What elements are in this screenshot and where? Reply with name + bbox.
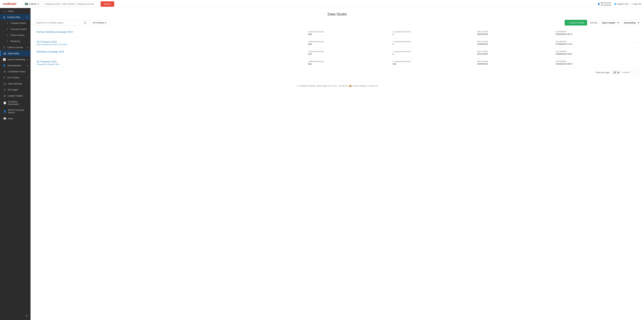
sidebar-data-studio-label: Data Studio xyxy=(8,52,19,55)
sidebar-close-button[interactable]: ✕ xyxy=(26,314,28,317)
matched-records-label: ℹ Matched Records xyxy=(308,50,388,53)
sidebar-item-spar-consumer-search[interactable]: 👤 SPAR Consumer Search xyxy=(0,107,30,115)
prev-page-button[interactable]: ‹ xyxy=(631,71,635,75)
rows-per-page-select[interactable]: 10 xyxy=(612,71,620,75)
matched-records-label: ℹ Matched Records xyxy=(308,31,388,33)
sidebar-company-documents-label: Company Documents xyxy=(8,100,28,105)
last-modified-label: Last Modified xyxy=(556,50,630,52)
company-documents-icon: 📄 xyxy=(3,102,6,104)
portfolio-table: Norway Marketing Campaign 2024 ℹ Matched… xyxy=(34,28,640,68)
row-more-options-button[interactable]: ⋯ xyxy=(634,61,638,65)
table-row[interactable]: UK Prospects 2024 A list of prospects fo… xyxy=(34,38,640,48)
matched-info-icon: ℹ xyxy=(308,41,309,43)
sidebar-news-label: News xyxy=(8,117,14,120)
language-selector[interactable]: 🌐 English (UK) xyxy=(614,3,628,5)
director-search-dot-icon: • xyxy=(6,34,9,37)
matched-info-icon: ℹ xyxy=(308,50,309,53)
sidebar-item-consumer-search[interactable]: • Consumer Search xyxy=(0,26,30,32)
date-created-value: 20/06/2024 xyxy=(477,63,552,65)
portfolio-name-link[interactable]: SE Prospects 2024 xyxy=(36,60,57,63)
table-row[interactable]: SE Prospects 2024 Prospects for Sweden 2… xyxy=(34,58,640,68)
creditsafe-protect-icon: ⚖ xyxy=(3,70,6,73)
sidebar-item-company-search[interactable]: • Company Search xyxy=(0,20,30,26)
portfolio-search-icon: 🔍 xyxy=(84,21,86,24)
search-button[interactable]: Search xyxy=(100,1,114,7)
data-cleaning-icon: ◫ xyxy=(3,82,6,85)
sidebar-spar-consumer-search-label: SPAR Consumer Search xyxy=(8,109,28,114)
logo-text: creditsafe✓ xyxy=(3,2,18,6)
sort-order-select[interactable]: Descending xyxy=(621,20,640,26)
signout-icon: ↪ xyxy=(631,3,633,5)
sidebar-ledger-insights-label: Ledger Insights xyxy=(8,95,23,97)
sidebar-item-company-documents[interactable]: 📄 Company Documents xyxy=(0,99,30,107)
matched-records-value: 598 xyxy=(308,43,388,46)
sales-marketing-icon: 📈 xyxy=(3,58,6,61)
portfolio-name-link[interactable]: Marketing Campaign 2024 xyxy=(36,50,64,53)
unmatched-records-value: 4 xyxy=(392,53,473,55)
sidebar-credit-risk-label: Credit & Risk xyxy=(8,16,20,19)
matched-records-value: 533 xyxy=(308,53,388,55)
country-flag: 🇸🇪 xyxy=(25,2,28,6)
sidebar-item-ledger-insights[interactable]: ◎ Ledger Insights xyxy=(0,93,30,99)
matched-records-label: ℹ Matched Records xyxy=(308,60,388,62)
my-account-link[interactable]: 👤 My AccountID:101593441 xyxy=(598,2,611,6)
sidebar-item-kyc-protect[interactable]: 🛡 KYC Protect ▾ xyxy=(0,75,30,81)
portfolio-name-link[interactable]: Norway Marketing Campaign 2024 xyxy=(36,31,73,33)
last-modified-value: 27/08/2024 14:41 xyxy=(556,43,630,45)
logo: creditsafe✓ xyxy=(3,2,18,6)
country-chevron-icon: ▾ xyxy=(38,3,39,5)
last-modified-label: Last Modified xyxy=(556,41,630,43)
sidebar-item-data-cleaning[interactable]: ◫ Data Cleaning xyxy=(0,81,30,87)
sidebar-item-news[interactable]: 📰 News xyxy=(0,115,30,122)
sidebar-administration-label: Administration xyxy=(8,64,21,67)
sign-out-link[interactable]: ↪ Sign Out xyxy=(631,3,641,5)
sidebar-item-administration[interactable]: 👤 Administration ▾ xyxy=(0,62,30,69)
sidebar-item-monitoring[interactable]: • Monitoring xyxy=(0,38,30,44)
unmatched-info-icon: ℹ xyxy=(392,60,393,62)
sidebar-creditsafe-protect-label: Creditsafe Protect xyxy=(8,70,25,73)
kyc-protect-chevron-icon: ▾ xyxy=(27,77,28,79)
row-more-options-button[interactable]: ⋯ xyxy=(634,51,638,55)
last-modified-label: Last Modified xyxy=(556,31,630,33)
sidebar-item-credit-risk[interactable]: ◎ Credit & Risk ▲ xyxy=(0,14,30,20)
company-search-input[interactable] xyxy=(42,1,99,7)
sidebar-item-data-studio[interactable]: ▤ Data Studio xyxy=(0,50,30,56)
country-selector[interactable]: 🇸🇪 Sweden ▾ xyxy=(23,1,41,7)
unmatched-records-label: ℹ Unmatched Records xyxy=(392,41,473,43)
portfolio-search-container: 🔍 xyxy=(34,20,88,26)
last-modified-value: 15/08/2024 09:07 xyxy=(556,53,630,55)
date-created-value: 15/08/2024 xyxy=(477,43,552,45)
table-row[interactable]: Marketing Campaign 2024 ℹ Matched Record… xyxy=(34,48,640,58)
sidebar-item-sales-marketing[interactable]: 📈 Sales & Marketing ▾ xyxy=(0,56,30,62)
matched-info-icon: ℹ xyxy=(308,31,309,33)
portfolio-name-link[interactable]: UK Prospects 2024 xyxy=(36,41,57,43)
row-more-options-button[interactable]: ⋯ xyxy=(634,31,638,35)
date-created-label: Date Created xyxy=(477,31,552,33)
portfolio-search-input[interactable] xyxy=(36,22,84,24)
sidebar-item-3d-ledger[interactable]: ◻ 3D Ledger xyxy=(0,87,30,93)
sort-by-select[interactable]: Date Created xyxy=(600,20,620,26)
credit-risk-icon: ◎ xyxy=(3,16,6,19)
monitoring-dot-icon: • xyxy=(6,40,9,43)
unmatched-records-label: ℹ Unmatched Records xyxy=(392,60,473,62)
main-layout: ⌂ Home ◎ Credit & Risk ▲ • Company Searc… xyxy=(0,8,644,320)
sidebar-item-creditsafe-protect[interactable]: ⚖ Creditsafe Protect xyxy=(0,69,30,75)
create-portfolio-button[interactable]: + Create Portfolio xyxy=(565,20,587,26)
sidebar-item-director-search[interactable]: • Director Search xyxy=(0,32,30,38)
spar-consumer-search-icon: 👤 xyxy=(3,110,6,113)
footer: © Creditsafe Sverige | Data Studio v0.6 … xyxy=(34,81,640,91)
all-portfolios-filter[interactable]: All Portfolios ▾ xyxy=(90,20,109,26)
navbar-search-area: 🇸🇪 Sweden ▾ Search xyxy=(23,1,598,7)
sidebar-director-search-label: Director Search xyxy=(10,34,24,37)
sidebar-item-home[interactable]: ⌂ Home xyxy=(0,8,30,14)
matched-records-value: 556 xyxy=(308,63,388,65)
next-page-button[interactable]: › xyxy=(636,71,640,75)
sidebar-item-check-decide[interactable]: ☐ Check & Decide ▾ xyxy=(0,44,30,50)
row-more-options-button[interactable]: ⋯ xyxy=(634,41,638,45)
unmatched-records-value: 165 xyxy=(392,63,473,65)
matched-records-label: ℹ Matched Records xyxy=(308,41,388,43)
table-row[interactable]: Norway Marketing Campaign 2024 ℹ Matched… xyxy=(34,28,640,38)
date-created-value: 16/09/2024 xyxy=(477,33,552,36)
filter-chevron-icon: ▾ xyxy=(106,22,107,24)
portfolio-description: A list of prospects for the UK for 2024. xyxy=(36,44,304,46)
